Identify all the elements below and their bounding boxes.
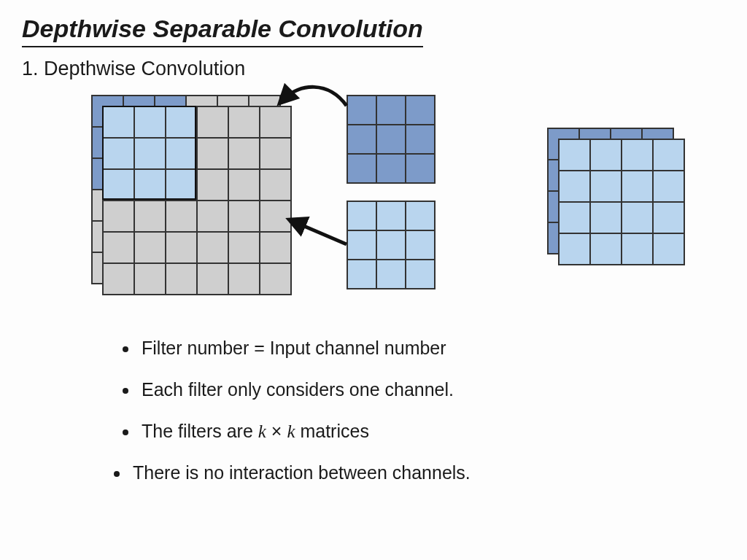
diagram <box>22 95 725 314</box>
arrow-filter-to-front-channel <box>288 219 354 255</box>
filter-kernel-channel-1 <box>347 95 436 184</box>
section-subtitle: 1. Depthwise Convolution <box>22 58 725 80</box>
bullet-item: The filters are k × k matrices <box>139 419 725 444</box>
bullet-item: Each filter only considers one channel. <box>139 377 725 402</box>
bullet-item: Filter number = Input channel number <box>139 335 725 361</box>
input-tensor-front <box>102 106 292 295</box>
bullet-item: There is no interaction between channels… <box>130 460 725 486</box>
bullet-list: Filter number = Input channel number Eac… <box>109 335 725 486</box>
arrow-filter-to-back-channel <box>277 80 357 117</box>
slide-title: Depthwise Separable Convolution <box>22 15 423 47</box>
output-tensor-front <box>558 139 685 265</box>
filter-kernel-channel-2 <box>347 201 436 289</box>
